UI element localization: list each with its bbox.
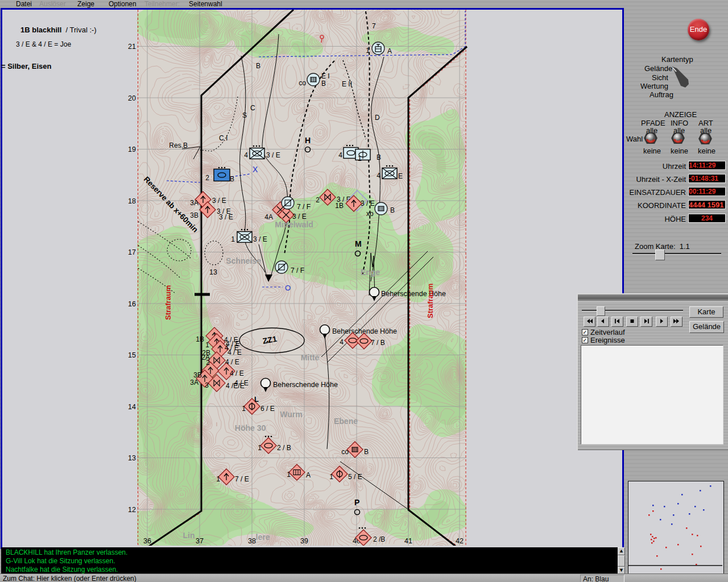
svg-text:4 / E: 4 / E — [228, 348, 242, 356]
svg-text:7 / E: 7 / E — [235, 475, 249, 483]
svg-text:X: X — [253, 165, 258, 174]
svg-text:A: A — [306, 471, 311, 479]
svg-text:S: S — [242, 111, 247, 119]
svg-text:B: B — [390, 206, 395, 214]
svg-text:2 /B: 2 /B — [373, 535, 385, 543]
svg-text:3 / E: 3 / E — [253, 235, 267, 243]
svg-text:lere: lere — [256, 533, 270, 542]
svg-text:1: 1 — [258, 444, 262, 452]
svg-text:1: 1 — [358, 155, 362, 163]
svg-text:36: 36 — [143, 537, 151, 545]
svg-text:4A: 4A — [264, 213, 273, 221]
svg-text:3: 3 — [205, 381, 209, 389]
svg-text:14: 14 — [128, 403, 136, 411]
svg-text:20: 20 — [128, 94, 136, 102]
svg-text:19: 19 — [128, 146, 136, 153]
svg-text:Res.B: Res.B — [169, 142, 188, 149]
svg-text:4: 4 — [244, 151, 248, 159]
svg-text:3 / E: 3 / E — [292, 213, 307, 221]
svg-text:Höhe 30: Höhe 30 — [235, 423, 266, 433]
svg-text:7 / B: 7 / B — [371, 339, 385, 347]
svg-text:3 / E: 3 / E — [361, 199, 375, 207]
svg-text:6 / E: 6 / E — [260, 405, 275, 413]
svg-text:A: A — [387, 47, 392, 55]
svg-text:B: B — [321, 80, 326, 88]
svg-text:Lin: Lin — [183, 531, 195, 540]
svg-text:2 / B: 2 / B — [277, 444, 291, 452]
svg-text:C I: C I — [219, 134, 228, 142]
svg-text:1: 1 — [242, 405, 246, 413]
svg-text:13: 13 — [128, 454, 136, 462]
svg-text:17: 17 — [128, 248, 136, 256]
svg-text:7: 7 — [372, 22, 376, 30]
svg-text:2: 2 — [205, 174, 209, 182]
svg-text:E: E — [398, 172, 403, 180]
svg-text:7 / F: 7 / F — [297, 203, 311, 211]
svg-text:C: C — [250, 104, 255, 112]
svg-text:18: 18 — [128, 197, 136, 205]
svg-text:1: 1 — [231, 235, 235, 243]
svg-text:42: 42 — [456, 537, 464, 545]
svg-text:3 / E: 3 / E — [266, 151, 280, 159]
svg-text:M: M — [355, 239, 362, 248]
svg-text:16: 16 — [128, 300, 136, 308]
svg-text:3B: 3B — [190, 211, 198, 219]
svg-text:H: H — [305, 136, 311, 145]
svg-text:Beherschende Höhe: Beherschende Höhe — [273, 381, 338, 389]
svg-text:1B: 1B — [196, 335, 204, 343]
svg-text:Mitte: Mitte — [301, 353, 320, 362]
svg-text:1: 1 — [366, 47, 370, 55]
svg-text:1B: 1B — [335, 202, 344, 210]
svg-text:B: B — [377, 153, 381, 161]
svg-text:2: 2 — [316, 196, 320, 204]
svg-text:4 /E/E: 4 /E/E — [226, 382, 245, 390]
svg-text:Strafraum: Strafraum — [164, 285, 172, 320]
svg-text:4: 4 — [340, 338, 344, 346]
svg-text:Mittelwald: Mittelwald — [275, 220, 313, 229]
svg-text:xo: xo — [366, 210, 374, 218]
svg-text:3 / E: 3 / E — [212, 197, 226, 205]
svg-text:4 / E: 4 / E — [230, 369, 244, 377]
svg-text:38: 38 — [248, 537, 256, 545]
svg-text:O: O — [285, 284, 291, 292]
svg-text:Enge: Enge — [361, 268, 380, 277]
svg-text:1: 1 — [205, 341, 209, 349]
svg-text:2: 2 — [206, 359, 210, 367]
svg-text:5 / E: 5 / E — [348, 473, 362, 481]
svg-text:B: B — [256, 62, 260, 70]
svg-text:1: 1 — [329, 473, 333, 481]
svg-text:L: L — [254, 395, 259, 404]
svg-text:21: 21 — [128, 43, 136, 51]
svg-text:12: 12 — [128, 506, 136, 514]
svg-text:3B: 3B — [193, 371, 202, 379]
svg-text:4: 4 — [377, 172, 380, 180]
svg-text:1: 1 — [216, 475, 220, 483]
svg-text:D: D — [375, 114, 380, 122]
svg-text:4: 4 — [338, 151, 342, 159]
svg-text:Ebene: Ebene — [334, 417, 358, 426]
svg-text:B: B — [230, 175, 234, 183]
svg-text:4 / E: 4 / E — [225, 358, 239, 366]
svg-text:P: P — [354, 498, 359, 507]
svg-text:1: 1 — [287, 471, 291, 479]
svg-text:E I: E I — [321, 72, 330, 80]
svg-text:B: B — [364, 448, 369, 456]
svg-text:37: 37 — [196, 537, 204, 545]
svg-text:Strafraum: Strafraum — [426, 284, 435, 318]
svg-text:Beherschende Höhe: Beherschende Höhe — [381, 290, 446, 298]
svg-text:7 / F: 7 / F — [291, 267, 304, 275]
svg-text:Schneise: Schneise — [226, 256, 261, 265]
svg-text:co: co — [299, 79, 306, 87]
svg-text:13: 13 — [209, 268, 217, 276]
svg-text:39: 39 — [300, 537, 308, 545]
svg-text:15: 15 — [128, 351, 136, 359]
svg-text:3A: 3A — [190, 199, 198, 207]
svg-text:41: 41 — [404, 537, 412, 545]
svg-text:3A: 3A — [190, 379, 198, 386]
svg-text:E II: E II — [342, 80, 352, 88]
svg-text:co: co — [341, 448, 349, 456]
svg-text:Wurm: Wurm — [280, 410, 302, 419]
svg-text:3 / E: 3 / E — [219, 213, 233, 221]
